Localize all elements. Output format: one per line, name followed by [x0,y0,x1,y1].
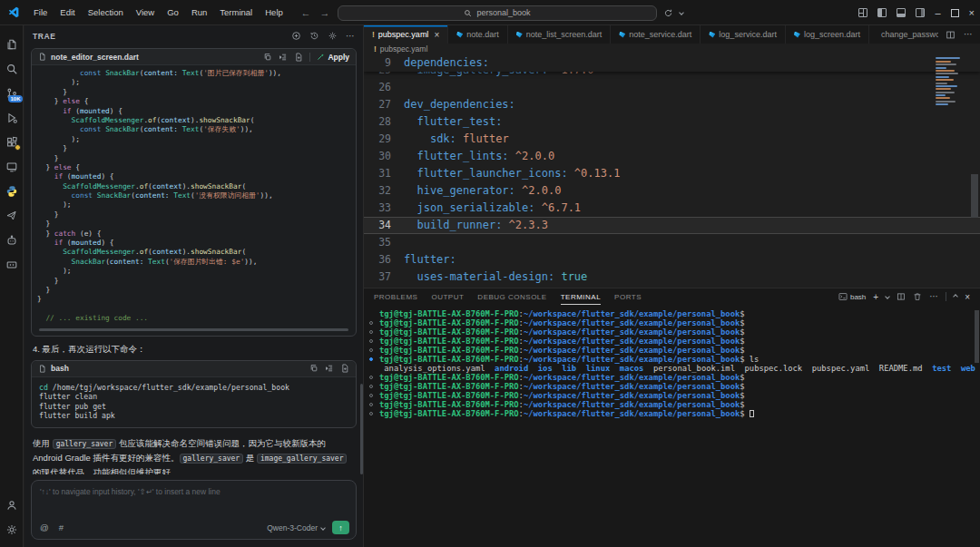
media-cassette-icon[interactable] [3,252,21,277]
horizontal-scrollbar[interactable] [39,328,348,331]
menu-selection[interactable]: Selection [82,4,130,22]
extensions-icon[interactable] [3,130,21,154]
menu-edit[interactable]: Edit [54,4,81,22]
command-decoration-icon[interactable] [369,348,373,352]
chat-input[interactable]: '↑↓' to navigate input history, '⇧↵' to … [31,480,357,540]
apply-button[interactable]: Apply [317,53,349,62]
file-entry: pubspec.lock [735,364,802,373]
tab-note.dart[interactable]: note.dart [448,25,508,44]
tab-note_list_screen.dart[interactable]: note_list_screen.dart [508,25,612,44]
context-button[interactable]: # [59,523,64,532]
menu-file[interactable]: File [27,4,54,22]
more-actions-icon[interactable]: ⋯ [346,32,355,41]
nav-forward-icon[interactable]: → [318,7,331,18]
send-button[interactable]: ↑ [332,521,349,534]
maximize-panel-icon[interactable] [953,294,958,299]
editor-line: 30 flutter_lints: ^2.0.0 [364,148,980,165]
explorer-icon[interactable] [3,32,21,56]
python-icon[interactable] [3,179,21,203]
new-file-icon[interactable] [294,53,303,62]
source-control-icon[interactable]: 10K [3,81,21,105]
menu-go[interactable]: Go [161,4,185,22]
chat-settings-gear-icon[interactable] [328,31,338,41]
chevron-down-icon[interactable] [679,10,684,15]
trae-chat-panel: TRAE ⋯ note_editor_screen.dart Apply [24,25,363,547]
menu-view[interactable]: View [130,4,161,22]
toggle-primary-sidebar-icon[interactable] [877,8,887,17]
insert-at-cursor-icon[interactable] [325,364,334,373]
copy-icon[interactable] [309,364,318,373]
menu-help[interactable]: Help [259,4,289,22]
file-entry: pubspec.yaml [802,364,869,373]
panel-tab-debug-console[interactable]: DEBUG CONSOLE [477,288,546,305]
new-file-icon[interactable] [340,364,349,373]
minimap[interactable] [934,56,968,107]
tab-pubspec.yaml[interactable]: !pubspec.yaml× [364,25,448,44]
tab-log_service.dart[interactable]: log_service.dart [701,25,786,44]
history-icon[interactable] [309,31,319,41]
toggle-secondary-sidebar-icon[interactable] [916,8,925,17]
command-decoration-icon[interactable] [369,357,373,361]
account-icon[interactable] [3,493,21,517]
split-terminal-icon[interactable] [897,292,906,301]
breadcrumb[interactable]: ! pubspec.yaml [364,44,980,54]
run-debug-icon[interactable] [3,105,21,130]
tab-log_screen.dart[interactable]: log_screen.dart [786,25,869,44]
more-editor-actions-icon[interactable]: ⋯ [964,30,973,39]
command-center-search[interactable]: personal_book [338,5,657,21]
code-line: SnackBar(content: Text('保存图片时出错: $e')), [37,258,354,267]
chat-bot-icon[interactable] [3,228,21,252]
tab-label: log_service.dart [719,30,777,39]
menu-terminal[interactable]: Terminal [213,4,259,22]
editor-line: 32 hive_generator: ^2.0.0 [364,182,980,200]
new-terminal-icon[interactable]: + [873,292,878,302]
dir-entry: ios [528,364,552,373]
restore-button[interactable] [951,9,959,17]
panel-tab-terminal[interactable]: TERMINAL [561,288,601,305]
panel-tab-problems[interactable]: PROBLEMS [374,288,417,305]
panel-tab-output[interactable]: OUTPUT [431,288,464,305]
command-decoration-icon[interactable] [369,321,373,325]
terminal-content[interactable]: tgj@tgj-BATTLE-AX-B760M-F-PRO:~/workspac… [364,305,980,418]
command-decoration-icon[interactable] [369,394,373,397]
tab-note_service.dart[interactable]: note_service.dart [611,25,701,44]
kill-terminal-trash-icon[interactable] [913,292,922,301]
prompt-user: tgj@tgj-BATTLE-AX-B760M-F-PRO [379,409,519,418]
code-editor[interactable]: 25 image_gallery_saver: ^1.7.02627dev_de… [364,54,980,288]
line-number: 27 [364,96,404,113]
send-plugin-icon[interactable] [3,203,21,228]
command-decoration-icon[interactable] [369,339,373,343]
command-decoration-icon[interactable] [369,330,373,334]
editor-lines: 25 image_gallery_saver: ^1.7.02627dev_de… [364,62,980,286]
toggle-panel-icon[interactable] [897,8,906,17]
insert-at-cursor-icon[interactable] [279,53,288,62]
panel-tab-ports[interactable]: PORTS [614,288,642,305]
editor-scrollbar[interactable] [971,174,978,218]
terminal-scrollbar[interactable] [975,310,979,363]
terminal-dropdown-icon[interactable] [885,294,890,299]
minimize-button[interactable]: – [935,7,940,18]
menu-run[interactable]: Run [185,4,213,22]
new-chat-icon[interactable] [291,31,301,41]
line-number: 33 [364,200,404,217]
customize-layout-icon[interactable] [858,8,867,17]
command-decoration-icon[interactable] [369,385,373,388]
more-panel-actions-icon[interactable]: ⋯ [929,292,938,301]
nav-back-icon[interactable]: ← [299,7,312,18]
copy-icon[interactable] [263,53,272,62]
remote-explorer-icon[interactable] [3,154,21,179]
close-tab-icon[interactable]: × [434,30,439,40]
editor-tab-actions: ⋯ [938,25,980,44]
mention-button[interactable]: @ [40,523,49,532]
command-decoration-icon[interactable] [369,403,373,406]
command-decoration-icon[interactable] [369,376,373,379]
split-editor-icon[interactable] [946,30,956,40]
refresh-icon[interactable] [663,8,673,18]
close-window-button[interactable]: × [969,7,975,18]
model-selector[interactable]: Qwen-3-Coder [267,523,325,532]
command-decoration-icon[interactable] [369,412,373,415]
settings-gear-icon[interactable] [3,517,21,542]
close-panel-icon[interactable]: × [965,292,970,302]
shell-chip[interactable]: bash [838,292,866,301]
search-sidebar-icon[interactable] [3,56,21,81]
